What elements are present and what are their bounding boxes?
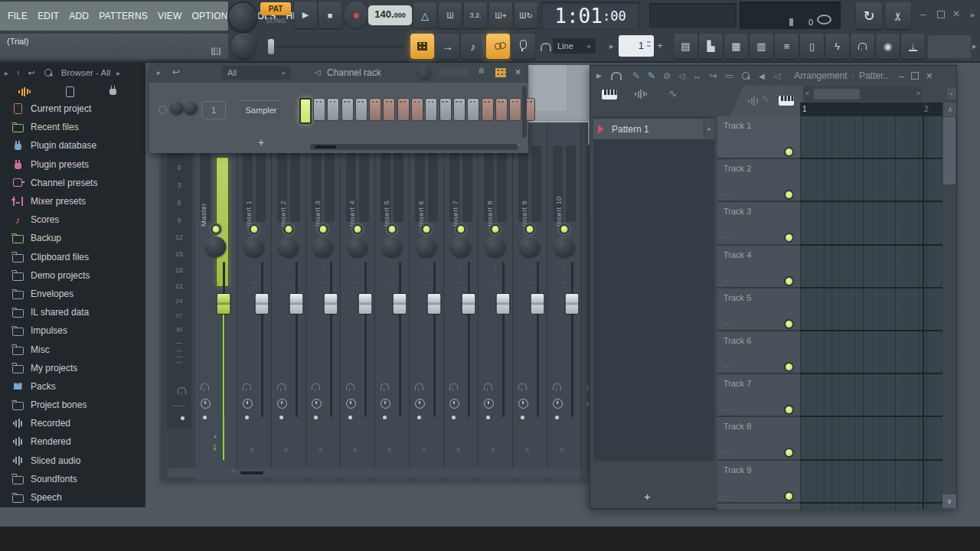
project-info-button[interactable]: ▯ [800,34,824,59]
remote-control-button[interactable] [851,34,874,59]
track-header[interactable]: Track 1... [717,116,800,159]
mixer-mute-led[interactable] [525,224,535,234]
swing-knob[interactable] [417,65,432,80]
metronome-button[interactable]: △ [413,2,436,28]
step-cell[interactable] [383,98,395,121]
channel-pan-knob[interactable] [170,101,184,115]
track-header[interactable]: Track 10... [717,504,800,510]
dot-led[interactable] [181,416,185,420]
tool-button[interactable]: ✂ [885,2,911,29]
mixer-mute-led[interactable] [353,224,363,234]
mixer-pan-knob[interactable] [244,236,265,257]
play-button[interactable]: ▶ [294,2,317,28]
picker-audio-icon[interactable] [748,96,758,106]
arm-disk-icon[interactable]: ↓ [212,440,217,452]
wait-for-input-button[interactable]: Ш [439,2,462,28]
dot-led[interactable] [279,416,283,419]
tab-files-icon[interactable] [66,86,74,97]
track-mute-led[interactable] [784,362,794,372]
track-header[interactable]: Track 3... [717,202,800,245]
record-button[interactable]: ● [344,2,368,28]
browser-item[interactable]: Rendered [0,432,145,451]
keyboard-editor-icon[interactable] [495,68,506,77]
track-options-dots[interactable]: ... [724,446,732,455]
track-header[interactable]: Track 9... [717,461,800,504]
playlist-ruler[interactable]: 1 2 [800,103,942,116]
chevron-right-icon[interactable]: > [516,141,520,148]
minimize-button[interactable]: – [920,8,926,20]
track-header[interactable]: Track 5... [717,289,800,331]
track-mute-led[interactable] [784,276,794,286]
browser-item[interactable]: Sliced audio [0,452,145,470]
browser-button[interactable]: ≡ [775,34,799,59]
channel-rack-button[interactable]: ▦ [724,34,748,59]
add-pattern-button[interactable]: + [644,490,651,503]
mixer-strip-insert[interactable]: Insert 1↕↔∧ [237,122,272,481]
mixer-button[interactable]: ▥ [750,34,773,59]
vscroll-thumb[interactable] [943,117,956,184]
slip-tool-icon[interactable]: ↔ [693,70,702,81]
playlist-menu-icon[interactable]: ▶ [596,72,602,80]
mixer-mute-led[interactable] [211,224,221,234]
browser-item[interactable]: Speech [0,488,145,507]
slide-tool-button[interactable]: ♪ [461,34,485,59]
track-options-dots[interactable]: ... [724,490,732,498]
mixer-strip-insert[interactable]: Insert 5↕↔∧ [375,122,410,481]
browser-item[interactable]: My projects [0,359,145,377]
mixer-mute-led[interactable] [456,224,466,234]
picker-patterns-icon[interactable] [779,96,794,106]
tab-automation-icon[interactable]: ∿ [668,87,678,99]
export-button[interactable]: ↓ [901,34,925,59]
rack-vscrollbar[interactable] [522,86,527,138]
countdown-button[interactable]: 3.2. [464,2,487,28]
close-button[interactable]: ✕ [952,8,960,19]
fader[interactable] [565,293,580,315]
track-mute-led[interactable] [784,491,794,501]
rack-menu-icon[interactable]: ▸ [157,68,161,77]
arrow-tool-button[interactable]: → [436,34,459,59]
channel-display[interactable]: 1 [201,101,226,119]
mixer-pan-knob[interactable] [279,236,299,257]
dot-led[interactable] [555,416,559,419]
fader[interactable] [496,293,511,315]
browser-item[interactable]: Backup [0,229,145,247]
plugin-button[interactable]: ϟ [825,34,849,59]
step-cell[interactable] [495,98,508,121]
fader[interactable] [462,293,476,315]
browser-item[interactable]: Impulses [0,321,145,340]
pattern-list-item[interactable]: Pattern 1 ▸ [593,119,714,139]
shuffle-slider-handle[interactable] [268,39,274,54]
track-header[interactable]: Track 6... [717,331,800,374]
master-fader[interactable] [217,293,231,315]
browser-item[interactable]: Envelopes [0,285,145,303]
menu-patterns[interactable]: PATTERNS [99,11,148,21]
mixer-pan-knob[interactable] [313,236,334,257]
snap-magnet-icon[interactable] [541,43,551,51]
mic-button[interactable] [511,34,535,59]
mixer-pan-knob[interactable] [451,236,472,257]
ruler-collapse-button[interactable]: ∧ [944,103,956,116]
track-options-dots[interactable]: ... [724,188,732,197]
mute-tool-icon[interactable]: ◁ [678,71,684,81]
scroll-thumb[interactable] [814,89,860,99]
draw-tool-icon[interactable]: ✎ [632,70,640,81]
rack-filter-dropdown[interactable]: All ▸ [222,66,291,80]
snap-magnet-icon[interactable] [611,72,622,80]
step-cell[interactable] [467,98,479,121]
loop-record-button[interactable]: Ш↻ [514,2,537,28]
preview-speaker-icon[interactable]: ◁ [774,71,780,81]
mixer-mute-led[interactable] [560,224,570,234]
track-header[interactable]: Track 8... [717,417,800,460]
toolbar2-overflow-icon[interactable]: ▸ [972,41,977,51]
playlist-maximize-button[interactable] [911,72,919,80]
mixer-strip-insert[interactable]: Insert 9↕↔∧ [513,122,547,481]
browser-item[interactable]: Recorded [0,414,145,432]
step-cell[interactable] [453,98,466,121]
browser-up-icon[interactable]: ↑ [16,68,21,77]
fader[interactable] [393,293,407,315]
mixer-mute-led[interactable] [491,224,501,234]
step-cell[interactable] [355,98,368,121]
browser-item[interactable]: Demo projects [0,266,145,285]
playlist-vscrollbar[interactable] [942,116,956,510]
dot-led[interactable] [486,416,490,419]
